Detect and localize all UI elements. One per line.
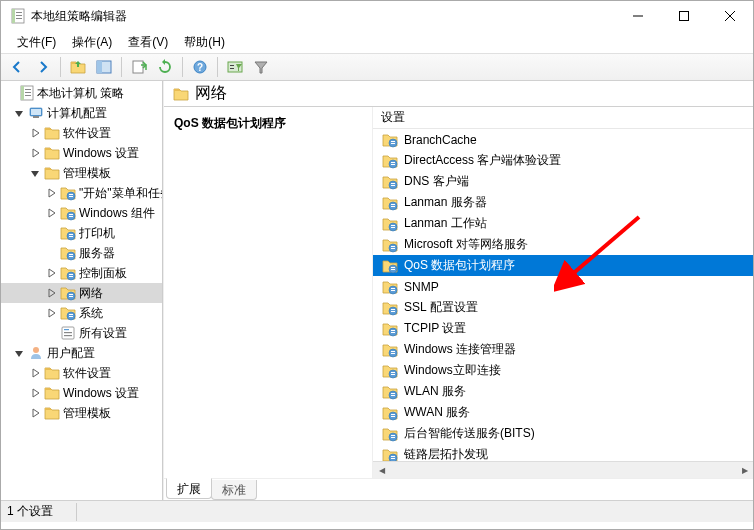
scroll-right-button[interactable]: ▶ (736, 462, 753, 479)
doc-icon (18, 85, 34, 101)
tree-item[interactable]: 软件设置 (1, 363, 162, 383)
folder-icon (44, 385, 60, 401)
filter-button[interactable] (249, 55, 273, 79)
tree-item[interactable]: Windows 组件 (1, 203, 162, 223)
list-item[interactable]: DirectAccess 客户端体验设置 (373, 150, 753, 171)
tree-item[interactable]: 软件设置 (1, 123, 162, 143)
gpfolder-icon (382, 321, 398, 337)
up-button[interactable] (66, 55, 90, 79)
show-hide-tree-button[interactable] (92, 55, 116, 79)
export-button[interactable] (127, 55, 151, 79)
gpfolder-icon (382, 426, 398, 442)
tree-label: 本地计算机 策略 (37, 85, 124, 102)
twisty-closed-icon[interactable] (29, 367, 41, 379)
twisty-closed-icon[interactable] (45, 287, 57, 299)
tree-user-config[interactable]: 用户配置 (1, 343, 162, 363)
tree-label: 用户配置 (47, 345, 95, 362)
gpfolder-icon (382, 342, 398, 358)
list-item[interactable]: 后台智能传送服务(BITS) (373, 423, 753, 444)
gpfolder-icon (382, 195, 398, 211)
list-item-label: Lanman 服务器 (404, 194, 487, 211)
list-item[interactable]: WWAN 服务 (373, 402, 753, 423)
tree-computer-config[interactable]: 计算机配置 (1, 103, 162, 123)
list-item[interactable]: Lanman 工作站 (373, 213, 753, 234)
tree-item[interactable]: 所有设置 (1, 323, 162, 343)
twisty-closed-icon[interactable] (45, 267, 57, 279)
list-item[interactable]: Microsoft 对等网络服务 (373, 234, 753, 255)
list-item[interactable]: WLAN 服务 (373, 381, 753, 402)
tree-item[interactable]: "开始"菜单和任务栏 (1, 183, 162, 203)
list-item[interactable]: 链路层拓扑发现 (373, 444, 753, 461)
tree-admin-templates[interactable]: 管理模板 (1, 163, 162, 183)
twisty-closed-icon[interactable] (29, 407, 41, 419)
twisty-closed-icon[interactable] (45, 207, 57, 219)
menu-help[interactable]: 帮助(H) (176, 32, 233, 53)
tree-label: "开始"菜单和任务栏 (79, 185, 163, 202)
svg-rect-17 (97, 61, 102, 73)
list-item[interactable]: TCPIP 设置 (373, 318, 753, 339)
tab-standard[interactable]: 标准 (211, 480, 257, 500)
maximize-button[interactable] (661, 1, 707, 31)
list-item[interactable]: QoS 数据包计划程序 (373, 255, 753, 276)
tab-extended[interactable]: 扩展 (166, 478, 212, 499)
minimize-button[interactable] (615, 1, 661, 31)
forward-button[interactable] (31, 55, 55, 79)
list-item-label: Windows 连接管理器 (404, 341, 516, 358)
list-item[interactable]: Windows 连接管理器 (373, 339, 753, 360)
tree-item[interactable]: 服务器 (1, 243, 162, 263)
gpfolder-icon (60, 185, 76, 201)
list-item[interactable]: Lanman 服务器 (373, 192, 753, 213)
main-area: 本地计算机 策略 计算机配置 软件设置 Windows 设置 管理模板 "开始"… (1, 81, 753, 500)
tree-item[interactable]: Windows 设置 (1, 383, 162, 403)
tree-item[interactable]: 打印机 (1, 223, 162, 243)
twisty-closed-icon[interactable] (29, 147, 41, 159)
gpfolder-icon (60, 245, 76, 261)
twisty-closed-icon[interactable] (29, 127, 41, 139)
titlebar: 本地组策略编辑器 (1, 1, 753, 31)
list-item[interactable]: BranchCache (373, 129, 753, 150)
tree-item[interactable]: 管理模板 (1, 403, 162, 423)
column-header-settings[interactable]: 设置 (373, 107, 753, 129)
svg-text:?: ? (197, 62, 203, 73)
horizontal-scrollbar[interactable]: ◀ ▶ (373, 461, 753, 478)
tree-label: 软件设置 (63, 365, 111, 382)
gpfolder-icon (382, 132, 398, 148)
tree-item[interactable]: 系统 (1, 303, 162, 323)
twisty-open-icon[interactable] (13, 347, 25, 359)
gpfolder-icon (382, 447, 398, 462)
list-item-label: 后台智能传送服务(BITS) (404, 425, 535, 442)
list-item-label: SNMP (404, 280, 439, 294)
tree-item[interactable]: 控制面板 (1, 263, 162, 283)
gpfolder-icon (382, 174, 398, 190)
gpfolder-icon (382, 153, 398, 169)
list-item[interactable]: SNMP (373, 276, 753, 297)
menu-view[interactable]: 查看(V) (120, 32, 176, 53)
twisty-closed-icon[interactable] (45, 187, 57, 199)
twisty-closed-icon[interactable] (29, 387, 41, 399)
refresh-button[interactable] (153, 55, 177, 79)
twisty-closed-icon[interactable] (45, 307, 57, 319)
tree-network[interactable]: 网络 (1, 283, 162, 303)
gpfolder-icon (382, 300, 398, 316)
tree-pane[interactable]: 本地计算机 策略 计算机配置 软件设置 Windows 设置 管理模板 "开始"… (1, 81, 163, 500)
list-item-label: SSL 配置设置 (404, 299, 478, 316)
menu-file[interactable]: 文件(F) (9, 32, 64, 53)
tree-label: 管理模板 (63, 165, 111, 182)
menu-action[interactable]: 操作(A) (64, 32, 120, 53)
list-item[interactable]: DNS 客户端 (373, 171, 753, 192)
tree-label: Windows 设置 (63, 385, 139, 402)
settings-list[interactable]: BranchCacheDirectAccess 客户端体验设置DNS 客户端La… (373, 129, 753, 461)
list-item[interactable]: Windows立即连接 (373, 360, 753, 381)
close-button[interactable] (707, 1, 753, 31)
filter-options-button[interactable] (223, 55, 247, 79)
toolbar: ? (1, 53, 753, 81)
tree-item[interactable]: Windows 设置 (1, 143, 162, 163)
twisty-open-icon[interactable] (13, 107, 25, 119)
tree-root[interactable]: 本地计算机 策略 (1, 83, 162, 103)
list-item-label: Lanman 工作站 (404, 215, 487, 232)
scroll-left-button[interactable]: ◀ (373, 462, 390, 479)
back-button[interactable] (5, 55, 29, 79)
twisty-open-icon[interactable] (29, 167, 41, 179)
help-button[interactable]: ? (188, 55, 212, 79)
list-item[interactable]: SSL 配置设置 (373, 297, 753, 318)
